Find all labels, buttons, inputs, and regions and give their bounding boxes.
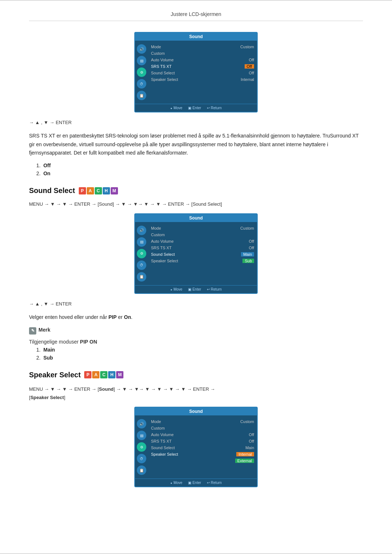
note-text: Tilgjengelige moduser PIP ON — [29, 339, 363, 345]
badge-p-2: P — [84, 371, 91, 378]
menu-icons-1: 🔊 ▤ ⚙ ⏱ 📋 — [135, 43, 148, 102]
list-item-on: 2. On — [36, 171, 363, 176]
note-icon: ✎ — [29, 327, 36, 335]
list-item-main: 1. Main — [36, 347, 363, 353]
badge-m-1: M — [111, 187, 118, 194]
menu-row-autovolume-3: Auto Volume Off — [150, 432, 255, 437]
menu-row-custom-2: Custom — [150, 232, 255, 237]
menu-icons-3: 🔊 ▤ ⚙ ⏱ 📋 — [135, 418, 148, 476]
menu-row-mode-1: Mode Custom — [150, 44, 255, 49]
menu-rows-2: Mode Custom Custom Auto Volume Off SRS T… — [148, 224, 257, 283]
menu-row-srs-1: SRS TS XT Off — [150, 64, 255, 69]
badge-h-2: H — [108, 371, 115, 378]
menu-row-mode-2: Mode Custom — [150, 226, 255, 231]
menu-icons-2: 🔊 ▤ ⚙ ⏱ 📋 — [135, 224, 148, 283]
speaker-select-heading: Speaker Select P A C H M — [29, 371, 363, 379]
menu-footer-1: ⬥ Move ▣ Enter ↩ Return — [135, 104, 257, 112]
menu-screen-3: Sound 🔊 ▤ ⚙ ⏱ 📋 Mode Custom Custom A — [134, 407, 258, 487]
icon-eq-2: ▤ — [137, 237, 146, 247]
sound-select-heading: Sound Select P A C H M — [29, 186, 363, 195]
menu-row-speakerselect-3: Speaker Select Internal — [150, 452, 255, 457]
menu-screen-1: Sound 🔊 ▤ ⚙ ⏱ 📋 Mode Custom Custom A — [134, 32, 258, 112]
icon-eq-3: ▤ — [137, 431, 146, 440]
speaker-select-nav: MENU → ▼ → ▼ → ENTER → [Sound] → ▼ → ▼→ … — [29, 385, 363, 402]
icon-sound-3: 🔊 — [137, 419, 146, 428]
icon-active-3: ⚙ — [137, 442, 146, 452]
note-label: Merk — [38, 327, 50, 333]
list-item-sub: 2. Sub — [36, 355, 363, 361]
menu-row-soundselect-1: Sound Select Off — [150, 70, 255, 75]
menu-title-3: Sound — [135, 407, 257, 415]
badge-m-2: M — [116, 371, 123, 378]
icon-active-2: ⚙ — [137, 249, 146, 258]
menu-row-mode-3: Mode Custom — [150, 419, 255, 424]
menu-footer-2: ⬥ Move ▣ Enter ↩ Return — [135, 285, 257, 293]
menu-row-external: External — [150, 458, 255, 463]
menu-row-autovolume-2: Auto Volume Off — [150, 239, 255, 244]
menu-row-srs-3: SRS TS XT Off — [150, 439, 255, 444]
icon-timer-2: ⏱ — [137, 260, 146, 270]
menu-title-2: Sound — [135, 214, 257, 222]
menu-rows-3: Mode Custom Custom Auto Volume Off SRS T… — [148, 418, 257, 476]
menu-row-speakerselect-2: Speaker Select Sub — [150, 258, 255, 263]
icon-setup-3: 📋 — [137, 465, 146, 475]
header-title: Justere LCD-skjermen — [171, 11, 221, 17]
menu-row-speakerselect-1: Speaker Select Internal — [150, 77, 255, 82]
menu-row-srs-2: SRS TS XT Off — [150, 245, 255, 250]
icon-sound-2: 🔊 — [137, 226, 146, 235]
nav-formula-1: → ▲ , ▼ → ENTER — [29, 119, 363, 127]
icon-timer-3: ⏱ — [137, 454, 146, 463]
badge-h-1: H — [103, 187, 110, 194]
badge-c-2: C — [100, 371, 107, 378]
menu-row-custom-3: Custom — [150, 426, 255, 431]
sound-select-badges: P A C H M — [79, 187, 118, 194]
menu-row-custom-1: Custom — [150, 51, 255, 56]
menu-row-autovolume-1: Auto Volume Off — [150, 57, 255, 62]
icon-setup-1: 📋 — [137, 91, 146, 100]
sound-select-nav: MENU → ▼ → ▼ → ENTER → [Sound] → ▼ → ▼→ … — [29, 201, 363, 208]
menu-title-1: Sound — [135, 33, 257, 41]
icon-setup-2: 📋 — [137, 272, 146, 282]
menu-footer-3: ⬥ Move ▣ Enter ↩ Return — [135, 479, 257, 487]
badge-p-1: P — [79, 187, 86, 194]
nav-formula-2: → ▲ , ▼ → ENTER — [29, 300, 363, 308]
page-header: Justere LCD-skjermen — [29, 11, 363, 21]
menu-row-soundselect-2: Sound Select Main — [150, 252, 255, 257]
icon-eq-1: ▤ — [137, 56, 146, 65]
menu-row-soundselect-3: Sound Select Main — [150, 445, 255, 450]
list-item-off: 1. Off — [36, 163, 363, 168]
sound-select-description: Velger enten hoved eller under når PIP e… — [29, 313, 363, 322]
speaker-select-badges: P A C H M — [84, 371, 123, 378]
icon-timer-1: ⏱ — [137, 79, 146, 89]
badge-c-1: C — [95, 187, 102, 194]
note-box: ✎ Merk — [29, 327, 363, 335]
icon-active-1: ⚙ — [137, 67, 146, 77]
menu-screen-2: Sound 🔊 ▤ ⚙ ⏱ 📋 Mode Custom Custom A — [134, 213, 258, 294]
badge-a-1: A — [87, 187, 94, 194]
badge-a-2: A — [92, 371, 99, 378]
icon-sound-1: 🔊 — [137, 44, 146, 54]
menu-rows-1: Mode Custom Custom Auto Volume Off SRS T… — [148, 43, 257, 102]
srs-description: SRS TS XT er en patentbeskyttet SRS-tekn… — [29, 132, 363, 157]
